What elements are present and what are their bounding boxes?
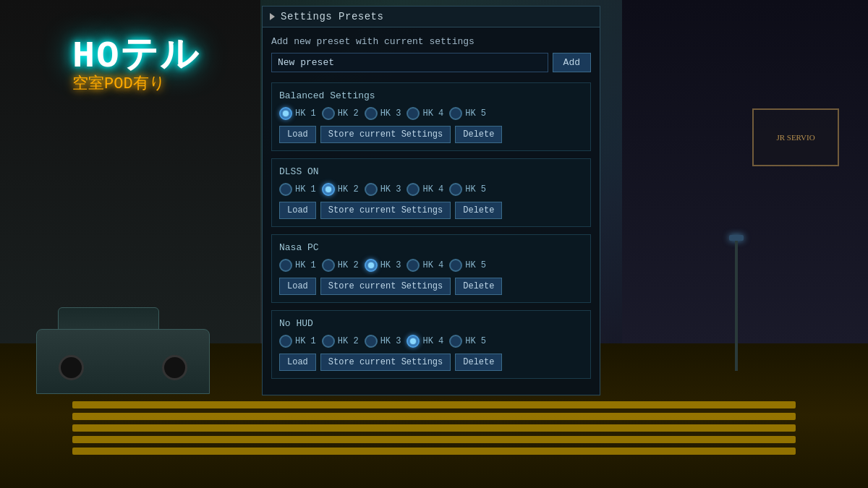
hotkey-item-no-hud-1: HK 1 [279, 335, 316, 348]
hotkey-item-dlss-on-3: HK 3 [365, 183, 401, 196]
building-right [622, 0, 868, 347]
delete-button-nasa-pc[interactable]: Delete [455, 278, 502, 295]
hotkey-item-nasa-pc-3: HK 3 [365, 259, 401, 272]
hotkey-radio-dlss-on-3[interactable] [365, 183, 378, 196]
hotkey-radio-balanced-4[interactable] [407, 107, 420, 120]
button-row-balanced: LoadStore current SettingsDelete [279, 126, 583, 143]
hotkey-radio-nasa-pc-5[interactable] [449, 259, 462, 272]
load-button-balanced[interactable]: Load [279, 126, 316, 143]
load-button-no-hud[interactable]: Load [279, 354, 316, 371]
hotkey-label-balanced-2[interactable]: HK 2 [338, 108, 359, 119]
vehicle-wheel-right [162, 355, 187, 380]
delete-button-no-hud[interactable]: Delete [455, 354, 502, 371]
preset-entry-balanced: Balanced SettingsHK 1HK 2HK 3HK 4HK 5Loa… [271, 82, 591, 151]
hotkey-item-balanced-1: HK 1 [279, 107, 316, 120]
hotkey-item-dlss-on-5: HK 5 [449, 183, 486, 196]
hotkey-label-no-hud-2[interactable]: HK 2 [338, 336, 359, 346]
hotkey-label-dlss-on-1[interactable]: HK 1 [295, 184, 316, 194]
hotkey-radio-balanced-5[interactable] [449, 107, 462, 120]
hotkey-radio-nasa-pc-1[interactable] [279, 259, 292, 272]
hotkey-item-nasa-pc-5: HK 5 [449, 259, 486, 272]
preset-name-balanced: Balanced Settings [279, 90, 583, 101]
hotkey-label-nasa-pc-2[interactable]: HK 2 [338, 260, 359, 270]
hotkey-label-balanced-5[interactable]: HK 5 [465, 108, 486, 119]
panel-title: Settings Presets [281, 11, 383, 22]
preset-entry-no-hud: No HUDHK 1HK 2HK 3HK 4HK 5LoadStore curr… [271, 310, 591, 379]
hotkey-label-dlss-on-4[interactable]: HK 4 [422, 184, 443, 194]
hotkey-item-no-hud-4: HK 4 [407, 335, 443, 348]
panel-collapse-icon[interactable] [270, 13, 275, 20]
hotkey-row-dlss-on: HK 1HK 2HK 3HK 4HK 5 [279, 183, 583, 196]
hotkey-label-nasa-pc-3[interactable]: HK 3 [380, 260, 401, 270]
hotkey-item-dlss-on-2: HK 2 [322, 183, 359, 196]
hotkey-item-nasa-pc-4: HK 4 [407, 259, 443, 272]
add-preset-row: Add [271, 53, 591, 72]
hotkey-radio-dlss-on-5[interactable] [449, 183, 462, 196]
hotkey-item-balanced-3: HK 3 [365, 107, 401, 120]
hotkey-label-no-hud-1[interactable]: HK 1 [295, 336, 316, 346]
preset-entry-dlss-on: DLSS ONHK 1HK 2HK 3HK 4HK 5LoadStore cur… [271, 158, 591, 227]
settings-panel: Settings Presets Add new preset with cur… [262, 6, 600, 395]
hotkey-label-balanced-3[interactable]: HK 3 [380, 108, 401, 119]
preset-name-nasa-pc: Nasa PC [279, 242, 583, 253]
hotkey-label-dlss-on-5[interactable]: HK 5 [465, 184, 486, 194]
store-button-nasa-pc[interactable]: Store current Settings [320, 278, 451, 295]
hotkey-item-no-hud-5: HK 5 [449, 335, 486, 348]
hotkey-radio-no-hud-1[interactable] [279, 335, 292, 348]
hotkey-label-nasa-pc-5[interactable]: HK 5 [465, 260, 486, 270]
hotkey-label-dlss-on-3[interactable]: HK 3 [380, 184, 401, 194]
hotkey-label-nasa-pc-1[interactable]: HK 1 [295, 260, 316, 270]
hotkey-item-nasa-pc-1: HK 1 [279, 259, 316, 272]
hotkey-label-balanced-1[interactable]: HK 1 [295, 108, 316, 119]
button-row-no-hud: LoadStore current SettingsDelete [279, 354, 583, 371]
hotkey-label-nasa-pc-4[interactable]: HK 4 [422, 260, 443, 270]
hotkey-label-no-hud-4[interactable]: HK 4 [422, 336, 443, 346]
hotkey-item-no-hud-2: HK 2 [322, 335, 359, 348]
lamp-head [729, 235, 744, 241]
preset-name-dlss-on: DLSS ON [279, 166, 583, 177]
panel-body: Add new preset with current settings Add… [263, 27, 600, 395]
delete-button-dlss-on[interactable]: Delete [455, 202, 502, 219]
delete-button-balanced[interactable]: Delete [455, 126, 502, 143]
hotkey-item-no-hud-3: HK 3 [365, 335, 401, 348]
hotkey-label-balanced-4[interactable]: HK 4 [422, 108, 443, 119]
new-preset-input[interactable] [271, 53, 548, 72]
vehicle-body [36, 329, 210, 394]
vehicle-wheel-left [59, 355, 84, 380]
right-building-sign: JR SERVIO [752, 108, 839, 166]
hotkey-radio-dlss-on-4[interactable] [407, 183, 420, 196]
button-row-dlss-on: LoadStore current SettingsDelete [279, 202, 583, 219]
hotkey-radio-dlss-on-2[interactable] [322, 183, 335, 196]
store-button-dlss-on[interactable]: Store current Settings [320, 202, 451, 219]
hotkey-radio-no-hud-5[interactable] [449, 335, 462, 348]
button-row-nasa-pc: LoadStore current SettingsDelete [279, 278, 583, 295]
add-preset-button[interactable]: Add [553, 53, 591, 72]
store-button-balanced[interactable]: Store current Settings [320, 126, 451, 143]
hotkey-radio-no-hud-3[interactable] [365, 335, 378, 348]
neon-sign-sub: 空室POD有り [72, 72, 166, 94]
hotkey-radio-balanced-2[interactable] [322, 107, 335, 120]
hotkey-row-balanced: HK 1HK 2HK 3HK 4HK 5 [279, 107, 583, 120]
store-button-no-hud[interactable]: Store current Settings [320, 354, 451, 371]
hotkey-row-no-hud: HK 1HK 2HK 3HK 4HK 5 [279, 335, 583, 348]
add-preset-section: Add new preset with current settings Add [271, 36, 591, 72]
hotkey-label-no-hud-3[interactable]: HK 3 [380, 336, 401, 346]
hotkey-item-balanced-4: HK 4 [407, 107, 443, 120]
hotkey-label-no-hud-5[interactable]: HK 5 [465, 336, 486, 346]
hotkey-radio-no-hud-4[interactable] [407, 335, 420, 348]
add-preset-label: Add new preset with current settings [271, 36, 591, 47]
hotkey-radio-dlss-on-1[interactable] [279, 183, 292, 196]
hotkey-item-nasa-pc-2: HK 2 [322, 259, 359, 272]
hotkey-radio-balanced-3[interactable] [365, 107, 378, 120]
hotkey-radio-nasa-pc-2[interactable] [322, 259, 335, 272]
hotkey-label-dlss-on-2[interactable]: HK 2 [338, 184, 359, 194]
load-button-nasa-pc[interactable]: Load [279, 278, 316, 295]
hotkey-radio-nasa-pc-3[interactable] [365, 259, 378, 272]
hotkey-radio-balanced-1[interactable] [279, 107, 292, 120]
preset-name-no-hud: No HUD [279, 318, 583, 329]
hotkey-radio-no-hud-2[interactable] [322, 335, 335, 348]
hotkey-radio-nasa-pc-4[interactable] [407, 259, 420, 272]
load-button-dlss-on[interactable]: Load [279, 202, 316, 219]
hotkey-item-balanced-5: HK 5 [449, 107, 486, 120]
hotkey-row-nasa-pc: HK 1HK 2HK 3HK 4HK 5 [279, 259, 583, 272]
